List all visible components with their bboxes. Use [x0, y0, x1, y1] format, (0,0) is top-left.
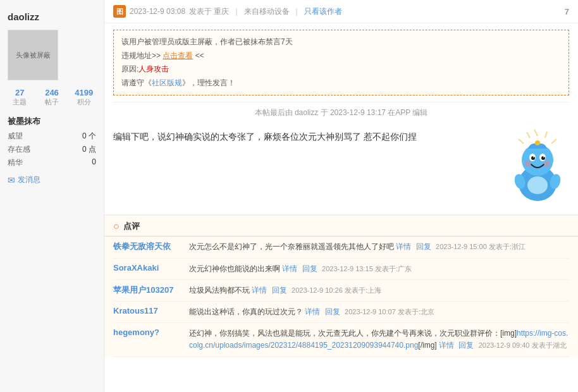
comment-section: ○ 点评 铁拳无敌溶天依 次元怎么不是幻神了，光一个奈雅丽就遥遥领先其他人了好吧…: [104, 214, 578, 357]
comment-body: 次元怎么不是幻神了，光一个奈雅丽就遥遥领先其他人了好吧 详情 回复 2023-1…: [189, 241, 569, 253]
reply-link[interactable]: 回复: [325, 307, 340, 316]
comment-author[interactable]: 苹果用户103207: [113, 285, 189, 296]
author-only-button[interactable]: 只看该作者: [304, 6, 342, 17]
svg-point-15: [535, 140, 540, 145]
section-label: 被墨抹布: [0, 109, 104, 130]
detail-link[interactable]: 详情: [305, 307, 320, 316]
warning-reason: 人身攻击: [138, 64, 169, 73]
post-date: 2023-12-9 03:08: [130, 7, 185, 16]
post-number: 7: [565, 7, 569, 16]
main-content: 图 2023-12-9 03:08 发表于 重庆 | 来自移动设备 | 只看该作…: [104, 0, 578, 392]
edit-note: 本帖最后由 daolizz 于 2023-12-9 13:17 在APP 编辑: [113, 102, 569, 123]
svg-point-10: [541, 156, 545, 160]
comment-item: 苹果用户103207 垃圾风法狗都不玩 详情 回复 2023-12-9 10:2…: [113, 280, 569, 302]
stat-points: 4199 积分: [69, 88, 99, 107]
svg-line-1: [545, 132, 547, 138]
comment-body: 次元幻神你也能说的出来啊 详情 回复 2023-12-9 13:15 发表于:广…: [189, 263, 569, 275]
comment-list: 铁拳无敌溶天依 次元怎么不是幻神了，光一个奈雅丽就遥遥领先其他人了好吧 详情 回…: [104, 236, 578, 357]
detail-link[interactable]: 详情: [282, 264, 297, 273]
reply-link[interactable]: 回复: [416, 242, 431, 251]
svg-line-4: [519, 139, 524, 144]
community-rules-link[interactable]: 社区版规: [152, 78, 182, 87]
svg-point-6: [522, 144, 553, 176]
detail-link[interactable]: 详情: [396, 242, 411, 251]
mascot-svg: [506, 130, 569, 205]
svg-point-11: [533, 156, 534, 157]
detail-link[interactable]: 详情: [439, 341, 454, 350]
svg-point-13: [525, 161, 531, 167]
comment-item: 铁拳无敌溶天依 次元怎么不是幻神了，光一个奈雅丽就遥遥领先其他人了好吧 详情 回…: [113, 236, 569, 258]
warning-line-2: 违规地址>> 点击查看 <<: [121, 49, 561, 63]
comment-author[interactable]: hegemony?: [113, 328, 189, 337]
comment-item: Kratous117 能说出这种话，你真的玩过次元？ 详情 回复 2023-12…: [113, 302, 569, 323]
post-source: 来自移动设备: [244, 6, 290, 17]
post-text: 编辑下吧，说幻神确实说的太夸张了，麻烦各位次元大神别骂了 惹不起你们捏: [113, 130, 500, 145]
comment-author[interactable]: 铁拳无敌溶天依: [113, 241, 189, 252]
post-header: 图 2023-12-9 03:08 发表于 重庆 | 来自移动设备 | 只看该作…: [104, 0, 578, 23]
post-type-icon: 图: [113, 5, 126, 18]
warning-link[interactable]: 点击查看: [163, 51, 193, 60]
reply-link[interactable]: 回复: [272, 286, 287, 295]
comment-item: hegemony? 还幻神，你别搞笑，风法也就是能玩，次元查无此人，你先建个号再…: [113, 323, 569, 357]
comment-body: 还幻神，你别搞笑，风法也就是能玩，次元查无此人，你先建个号再来说，次元职业群评价…: [189, 328, 569, 352]
comment-author[interactable]: SoraXAkaki: [113, 263, 189, 273]
warning-box: 该用户被管理员或版主屏蔽，作者已被抹布禁言7天 违规地址>> 点击查看 << 原…: [113, 30, 569, 95]
svg-point-9: [531, 156, 535, 160]
stat-posts: 246 帖子: [37, 88, 67, 107]
sidebar: daolizz 头像被屏蔽 27 主题 246 帖子 4199 积分 被墨抹布 …: [0, 0, 104, 392]
post-image: [506, 130, 569, 205]
detail-presence: 存在感 0 点: [0, 143, 104, 156]
message-icon: ✉: [8, 175, 15, 185]
stat-topics: 27 主题: [5, 88, 35, 107]
reply-link[interactable]: 回复: [302, 264, 317, 273]
svg-point-18: [527, 176, 548, 194]
reply-link[interactable]: 回复: [458, 341, 474, 350]
svg-point-14: [544, 161, 550, 167]
post-location: 发表于 重庆: [189, 6, 229, 17]
post-header-left: 图 2023-12-9 03:08 发表于 重庆 | 来自移动设备 | 只看该作…: [113, 5, 342, 18]
comment-body: 垃圾风法狗都不玩 详情 回复 2023-12-9 10:26 发表于:上海: [189, 285, 569, 297]
warning-line-3: 原因:人身攻击: [121, 63, 561, 77]
comment-body: 能说出这种话，你真的玩过次元？ 详情 回复 2023-12-9 10:07 发表…: [189, 306, 569, 318]
comment-item: SoraXAkaki 次元幻神你也能说的出来啊 详情 回复 2023-12-9 …: [113, 259, 569, 280]
detail-featured: 精华 0: [0, 156, 104, 169]
detail-link[interactable]: 详情: [252, 286, 267, 295]
username: daolizz: [0, 6, 104, 25]
warning-line-4: 请遵守《社区版规》，理性发言！: [121, 77, 561, 90]
send-message-button[interactable]: ✉ 发消息: [0, 169, 104, 190]
avatar: 头像被屏蔽: [8, 30, 58, 80]
svg-line-3: [527, 132, 530, 138]
detail-prestige: 威望 0 个: [0, 130, 104, 143]
comment-author[interactable]: Kratous117: [113, 306, 189, 315]
svg-line-2: [551, 139, 556, 144]
comment-header: ○ 点评: [104, 216, 578, 236]
post-content: 编辑下吧，说幻神确实说的太夸张了，麻烦各位次元大神别骂了 惹不起你们捏: [104, 123, 578, 212]
stats-row: 27 主题 246 帖子 4199 积分: [0, 85, 104, 109]
comment-dot-icon: ○: [113, 221, 120, 232]
warning-line-1: 该用户被管理员或版主屏蔽，作者已被抹布禁言7天: [121, 35, 561, 49]
svg-point-12: [543, 156, 544, 157]
svg-line-0: [534, 130, 538, 136]
